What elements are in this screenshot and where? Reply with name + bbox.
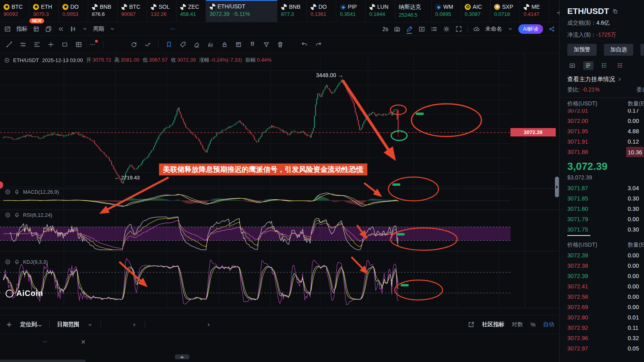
undo-icon[interactable] (301, 41, 308, 48)
book-view-asks-icon[interactable] (615, 61, 625, 70)
timeframe-button[interactable] (12, 341, 17, 343)
cross-tool-icon[interactable] (47, 41, 54, 48)
timeframe-button[interactable] (50, 341, 55, 343)
close-icon[interactable] (80, 339, 86, 345)
watchlist-icon[interactable] (431, 25, 438, 33)
timeframe-button[interactable] (43, 341, 47, 343)
timeframe-button[interactable] (20, 341, 25, 343)
book-view-bids-icon[interactable] (599, 61, 609, 70)
book-view-default-icon[interactable] (567, 61, 578, 70)
note-tool-icon[interactable] (235, 41, 242, 48)
timeframe-button[interactable] (73, 341, 78, 343)
lock-tool-icon[interactable] (221, 41, 228, 48)
eraser-tool-icon[interactable] (193, 41, 200, 48)
settings-gear-icon[interactable] (443, 25, 450, 33)
ticker-tab[interactable]: PIP 0.3541 (336, 0, 366, 22)
ticker-tab[interactable]: BNB 877.3 (277, 0, 307, 22)
ticker-tab[interactable]: ETH/USDT 3072.39-5.11% (206, 0, 277, 22)
alert-bell-icon[interactable] (14, 259, 20, 265)
collapse-toolbar-button[interactable] (175, 354, 189, 359)
share-icon[interactable] (548, 25, 555, 33)
collapse-pane-icon[interactable] (5, 212, 11, 218)
ask-row[interactable]: 3072.010.17 (560, 109, 644, 116)
locate-icon[interactable] (6, 321, 13, 328)
community-icon[interactable] (467, 321, 475, 328)
timeframe-button[interactable] (200, 28, 205, 30)
ask-row[interactable]: 3071.910.12 (560, 136, 644, 147)
chart-style-icon[interactable] (70, 25, 77, 33)
indicator-icon[interactable] (4, 25, 11, 33)
timeframe-button[interactable] (35, 341, 40, 343)
trades-tab[interactable] (567, 233, 590, 236)
ticker-tab[interactable]: AIC 0.3087 (461, 0, 491, 22)
tag-tool-icon[interactable] (179, 41, 186, 48)
chevron-down-icon[interactable] (507, 26, 513, 32)
redo-icon[interactable] (315, 41, 322, 48)
ask-row[interactable]: 3071.8810.36 (560, 147, 644, 157)
bid-row[interactable]: 3071.790.00 (560, 214, 644, 224)
cloud-save-icon[interactable] (473, 25, 480, 33)
add-alert-button[interactable]: 加预警 (567, 44, 597, 56)
chevron-down-icon[interactable] (109, 26, 115, 32)
period-menu[interactable]: 周期 (93, 25, 104, 33)
collapse-pane-icon[interactable] (5, 189, 11, 195)
copy-icon[interactable] (612, 8, 618, 14)
parallel-channel-tool-icon[interactable] (19, 41, 27, 48)
ticker-tab[interactable]: ME 0.4147 (520, 0, 549, 22)
candlestick-chart[interactable] (0, 53, 560, 315)
trend-line-tool-icon[interactable] (6, 41, 13, 48)
timeframe-button[interactable] (210, 28, 215, 30)
timeframe-button[interactable] (150, 28, 155, 30)
chevron-down-icon[interactable] (87, 322, 93, 328)
percent-scale-button[interactable]: % (531, 321, 535, 328)
log-scale-button[interactable]: 对数 (512, 321, 523, 328)
timeframe-button[interactable] (58, 341, 62, 343)
collapse-pane-icon[interactable] (5, 259, 11, 265)
timeframe-button[interactable] (120, 28, 125, 30)
ticker-tab[interactable]: DO 0.0053 (59, 0, 88, 22)
chevron-down-icon[interactable] (82, 26, 88, 32)
indicator-menu[interactable]: 指标 (16, 25, 27, 33)
refresh-tool-icon[interactable] (130, 41, 138, 48)
community-indicator-button[interactable]: 社区指标 (482, 321, 504, 328)
alert-bell-icon[interactable] (14, 189, 20, 195)
timeframe-button[interactable] (65, 341, 70, 343)
bid-row[interactable]: 3071.750.30 (560, 224, 644, 232)
refresh-interval[interactable]: 2s (382, 26, 388, 32)
ai-analysis-button[interactable]: AI解读 (518, 24, 543, 34)
horizontal-levels-tool-icon[interactable] (33, 41, 41, 48)
ask-row[interactable]: 3071.954.88 (560, 126, 644, 136)
chevron-right-icon[interactable] (131, 322, 137, 328)
add-watchlist-button[interactable]: 加自选 (604, 44, 633, 56)
timeframe-button[interactable] (190, 28, 195, 30)
ask-row[interactable]: 3072.000.00 (560, 116, 644, 126)
ticker-tab[interactable]: BNB 876.6 (88, 0, 118, 22)
ticker-tab[interactable]: SXP 0.0718 (491, 0, 520, 22)
main-orders-link[interactable]: 查看主力挂单情况 (560, 76, 644, 83)
ticker-tab[interactable]: BTC 90087 (118, 0, 147, 22)
bid-row[interactable]: 3071.800.30 (560, 204, 644, 214)
chevron-right-icon[interactable] (206, 322, 211, 328)
bid-row[interactable]: 3071.873.04 (560, 183, 644, 193)
ticker-tab[interactable]: LUN 0.1844 (366, 0, 395, 22)
fullscreen-icon[interactable] (455, 25, 462, 33)
timeframe-button[interactable] (180, 28, 185, 30)
filter-tool-icon[interactable] (263, 41, 270, 48)
timeframe-button[interactable] (5, 341, 10, 343)
wave-tool-icon[interactable] (144, 41, 151, 48)
ticker-tab[interactable]: ZEC 458.41 (177, 0, 206, 22)
date-range-button[interactable]: 日期范围 (57, 321, 80, 328)
add-symbol-button[interactable] (549, 0, 560, 22)
compare-icon[interactable] (45, 25, 52, 33)
grid-tool-icon[interactable] (75, 41, 82, 48)
bookmark-tool-icon[interactable] (165, 41, 173, 48)
locate-button[interactable]: 定位到... (20, 321, 42, 328)
rectangle-tool-icon[interactable] (61, 41, 68, 48)
book-view-both-icon[interactable] (583, 61, 594, 70)
timeframe-button[interactable] (140, 28, 145, 30)
draw-pencil-icon[interactable] (406, 25, 413, 33)
ticker-tab[interactable]: WM 0.0895 (432, 0, 461, 22)
auto-scale-button[interactable]: 自动 (543, 321, 554, 328)
collapse-pane-icon[interactable] (4, 57, 10, 63)
timeframe-button[interactable] (130, 28, 135, 30)
